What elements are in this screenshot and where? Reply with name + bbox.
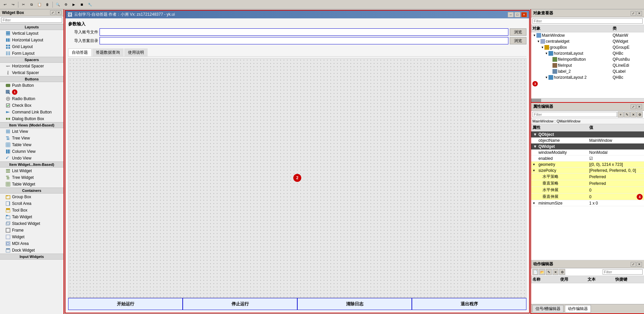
obj-scroll-bar[interactable] bbox=[531, 98, 644, 102]
action-editor-float-btn[interactable]: ⤢ bbox=[631, 262, 636, 267]
designer-max-btn[interactable]: □ bbox=[514, 12, 520, 17]
wb-item-form-layout[interactable]: Form Layout bbox=[0, 50, 63, 57]
wb-item-tool-box[interactable]: Tool Box bbox=[0, 207, 63, 214]
obj-row-mainwindow[interactable]: ▼ MainWindow QMainW bbox=[531, 32, 644, 38]
wb-item-list-view[interactable]: List View bbox=[0, 128, 63, 135]
btn-quit[interactable]: 退出程序 bbox=[412, 298, 526, 310]
wb-item-push-button[interactable]: Push Button bbox=[0, 82, 63, 89]
prop-expand-minsize[interactable]: ▼ bbox=[532, 202, 536, 205]
action-settings-btn[interactable]: ⚙ bbox=[559, 269, 565, 275]
expand-centralwidget[interactable]: ▼ bbox=[536, 40, 540, 43]
prop-config-btn[interactable]: ⚙ bbox=[637, 111, 643, 117]
toolbar-btn-settings[interactable]: ⚙ bbox=[62, 1, 69, 8]
wb-item-undo-view[interactable]: Undo View bbox=[0, 155, 63, 162]
toolbar-btn-delete[interactable]: 🗑 bbox=[44, 1, 51, 8]
toolbar-btn-search[interactable]: 🔍 bbox=[54, 1, 61, 8]
prop-row-sizepolicy[interactable]: ▼ sizePolicy [Preferred, Preferred, 0, 0… bbox=[531, 168, 644, 174]
prop-add-btn[interactable]: + bbox=[618, 111, 624, 117]
prop-val-sizepolicy[interactable]: [Preferred, Preferred, 0, 0] bbox=[589, 168, 643, 173]
wb-item-check-box[interactable]: Check Box bbox=[0, 102, 63, 109]
tab-help[interactable]: 使用说明 bbox=[124, 48, 148, 56]
toolbar-btn-undo[interactable]: ↩ bbox=[1, 1, 9, 8]
toolbar-btn-tools[interactable]: 🔧 bbox=[86, 1, 94, 8]
wb-item-scroll-area[interactable]: Scroll Area bbox=[0, 200, 63, 207]
prop-val-objectname[interactable]: MainWindow bbox=[589, 138, 643, 143]
btn-clear[interactable]: 清除日志 bbox=[297, 298, 412, 310]
param2-input[interactable] bbox=[100, 37, 508, 44]
obj-row-fileinput[interactable]: fileInput QLineEdi bbox=[531, 62, 644, 68]
prop-val-hpolicy[interactable]: Preferred bbox=[589, 175, 643, 179]
expand-groupbox[interactable]: ▼ bbox=[540, 46, 544, 49]
wb-item-dock-widget[interactable]: Dock Widget bbox=[0, 247, 63, 254]
wb-item-vertical-layout[interactable]: Vertical Layout bbox=[0, 30, 63, 37]
design-canvas[interactable]: 2 bbox=[68, 58, 526, 298]
toolbar-btn-redo[interactable]: ↪ bbox=[9, 1, 17, 8]
wb-item-dialog-btn-box[interactable]: Dialog Button Box bbox=[0, 115, 63, 122]
designer-min-btn[interactable]: ─ bbox=[508, 12, 514, 17]
prop-row-minsize[interactable]: ▼ minimumSize 1 x 0 bbox=[531, 200, 644, 206]
prop-val-windowmodality[interactable]: NonModal bbox=[589, 150, 643, 155]
wb-item-grid-layout[interactable]: Grid Layout bbox=[0, 43, 63, 50]
param2-browse-btn[interactable]: 浏览 bbox=[510, 37, 526, 44]
tab-action-editor[interactable]: 动作编辑器 bbox=[565, 305, 591, 313]
obj-inspector-close-btn[interactable]: ✕ bbox=[637, 11, 642, 16]
prop-val-vstretch[interactable]: 0 bbox=[589, 195, 643, 199]
wb-item-group-box[interactable]: ▬ Group Box bbox=[0, 194, 63, 200]
wb-item-list-widget[interactable]: List Widget bbox=[0, 168, 63, 174]
action-editor-close-btn[interactable]: ✕ bbox=[637, 262, 642, 267]
toolbar-btn-cut[interactable]: ✂ bbox=[20, 1, 27, 8]
prop-row-hstretch[interactable]: 水平伸展 0 bbox=[531, 187, 644, 194]
wb-item-stacked-widget[interactable]: Stacked Widget bbox=[0, 220, 63, 227]
tab-signal-slot[interactable]: 信号/槽编辑器 bbox=[532, 305, 564, 313]
wb-item-cmd-link-button[interactable]: Command Link Button bbox=[0, 109, 63, 115]
wb-item-table-view[interactable]: Table View bbox=[0, 141, 63, 148]
toolbar-btn-run[interactable]: ▶ bbox=[70, 1, 77, 8]
expand-mainwindow[interactable]: ▼ bbox=[532, 34, 536, 37]
btn-start[interactable]: 开始运行 bbox=[68, 298, 183, 310]
btn-stop[interactable]: 停止运行 bbox=[183, 298, 297, 310]
wb-item-h-spacer[interactable]: ↔ Horizontal Spacer bbox=[0, 63, 63, 69]
prop-filter-input[interactable] bbox=[532, 112, 617, 117]
prop-table[interactable]: ▼ QObject objectName MainWindow ▼ QWidge… bbox=[531, 131, 644, 260]
designer-close-btn[interactable]: ✕ bbox=[521, 12, 527, 17]
action-del-btn[interactable]: ✕ bbox=[552, 269, 558, 275]
prop-row-geometry[interactable]: ▼ geometry [(0, 0), 1214 x 723] bbox=[531, 162, 644, 168]
prop-editor-close-btn[interactable]: ✕ bbox=[637, 104, 642, 109]
prop-val-vpolicy[interactable]: Preferred bbox=[589, 181, 643, 186]
tab-auto-answer[interactable]: 自动答题 bbox=[68, 48, 92, 56]
prop-row-enabled[interactable]: enabled ☑ bbox=[531, 155, 644, 162]
prop-row-windowmodality[interactable]: windowModality NonModal bbox=[531, 149, 644, 155]
action-filter-input[interactable] bbox=[603, 269, 643, 275]
obj-row-label2[interactable]: label_2 QLabel bbox=[531, 68, 644, 74]
obj-row-centralwidget[interactable]: ▼ centralwidget QWidget bbox=[531, 38, 644, 44]
obj-tree[interactable]: ▼ MainWindow QMainW ▼ centralwidget QWid… bbox=[531, 32, 644, 98]
prop-expand-geometry[interactable]: ▼ bbox=[532, 163, 536, 166]
wb-item-mdi-area[interactable]: MDI Area bbox=[0, 240, 63, 247]
prop-row-objectname[interactable]: objectName MainWindow bbox=[531, 137, 644, 143]
prop-row-vstretch[interactable]: 垂直伸展 0 4 bbox=[531, 194, 644, 200]
wb-filter-input[interactable] bbox=[1, 17, 62, 23]
prop-row-vpolicy[interactable]: 垂直策略 Preferred bbox=[531, 180, 644, 187]
obj-row-hlayout2[interactable]: ▼ horizontalLayout 2 QHBc bbox=[531, 74, 644, 80]
expand-hlayout[interactable]: ▼ bbox=[544, 52, 548, 55]
prop-del-btn[interactable]: ✕ bbox=[630, 111, 636, 117]
wb-item-tab-widget[interactable]: Tab Widget bbox=[0, 214, 63, 220]
widget-box-close-btn[interactable]: ✕ bbox=[56, 10, 61, 15]
prop-group-qobject-expand[interactable]: ▼ bbox=[533, 132, 537, 137]
obj-row-groupbox[interactable]: ▼ groupBox QGroupE bbox=[531, 44, 644, 50]
widget-box-float-btn[interactable]: ⤢ bbox=[50, 10, 55, 15]
obj-row-fileimportbtn[interactable]: fileImportButton QPushBu bbox=[531, 56, 644, 62]
param1-browse-btn[interactable]: 浏览 bbox=[510, 28, 526, 36]
wb-item-v-spacer[interactable]: ↕ Vertical Spacer bbox=[0, 69, 63, 76]
wb-item-radio-button[interactable]: Radio Button bbox=[0, 95, 63, 102]
wb-scroll[interactable]: Layouts Vertical Layout Horizontal Layou… bbox=[0, 24, 63, 314]
expand-hlayout2[interactable]: ▼ bbox=[544, 76, 548, 79]
wb-item-widget[interactable]: Widget bbox=[0, 234, 63, 240]
toolbar-btn-paste[interactable]: 📋 bbox=[36, 1, 43, 8]
toolbar-btn-stop[interactable]: ⏹ bbox=[78, 1, 86, 8]
prop-val-minsize[interactable]: 1 x 0 bbox=[589, 201, 643, 206]
prop-val-enabled[interactable]: ☑ bbox=[589, 156, 643, 161]
wb-item-frame[interactable]: Frame bbox=[0, 227, 63, 234]
action-edit-btn[interactable]: ✎ bbox=[546, 269, 552, 275]
wb-item-horizontal-layout[interactable]: Horizontal Layout bbox=[0, 37, 63, 43]
